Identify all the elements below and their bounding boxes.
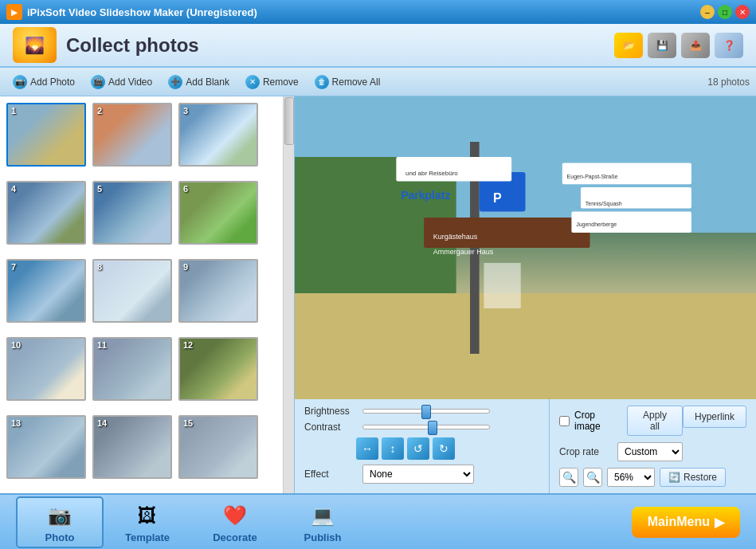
close-button[interactable]: ✕ xyxy=(735,5,750,19)
restore-icon: 🔄 xyxy=(668,472,680,483)
app-title: iPixSoft Video Slideshow Maker (Unregist… xyxy=(27,6,257,18)
decorate-nav-icon: ❤️ xyxy=(221,501,249,530)
svg-rect-2 xyxy=(295,293,756,399)
add-blank-icon: ➕ xyxy=(168,75,182,89)
template-nav-icon: 🖼 xyxy=(133,501,162,530)
contrast-thumb[interactable] xyxy=(428,421,437,435)
nav-photo[interactable]: 📷 Photo xyxy=(16,496,104,548)
svg-text:und abr Reisebüro: und abr Reisebüro xyxy=(405,170,458,177)
photo-thumb-4[interactable]: 4 xyxy=(6,181,86,245)
toolbar: 📷 Add Photo 🎬 Add Video ➕ Add Blank ✕ Re… xyxy=(0,68,756,96)
svg-text:Tennis/Squash: Tennis/Squash xyxy=(586,201,622,207)
main-area: 1 2 3 4 5 6 7 8 9 xyxy=(0,96,756,493)
svg-text:Parkplatz: Parkplatz xyxy=(401,189,450,202)
photo-thumb-8[interactable]: 8 xyxy=(92,259,172,323)
add-photo-icon: 📷 xyxy=(13,75,27,89)
zoom-out-button[interactable]: 🔍 xyxy=(559,468,578,487)
help-icon[interactable]: ❓ xyxy=(715,33,743,58)
apply-all-button[interactable]: Apply all xyxy=(627,406,683,436)
controls-bottom: Brightness Contrast ↔ ↕ ↺ xyxy=(295,399,756,493)
header: 🌄 Collect photos 📂 💾 📤 ❓ xyxy=(0,24,756,68)
effect-row: Effect None Grayscale Sepia Blur Sharpen xyxy=(304,465,539,484)
controls-right: Crop image Apply all Crop rate Custom 4:… xyxy=(549,399,756,493)
photo-thumb-15[interactable]: 15 xyxy=(178,415,258,479)
photo-nav-icon: 📷 xyxy=(45,501,74,530)
photo-thumb-6[interactable]: 6 xyxy=(178,181,258,245)
zoom-select[interactable]: 56% 25% 50% 75% 100% xyxy=(607,468,655,487)
add-photo-button[interactable]: 📷 Add Photo xyxy=(6,73,81,92)
brightness-thumb[interactable] xyxy=(421,405,431,419)
contrast-label: Contrast xyxy=(304,422,356,433)
transform-buttons: ↔ ↕ ↺ ↻ xyxy=(356,437,539,460)
rotate-left-button[interactable]: ↺ xyxy=(407,437,429,460)
photo-thumb-12[interactable]: 12 xyxy=(178,337,258,401)
rotate-right-button[interactable]: ↻ xyxy=(433,437,455,460)
photo-thumb-10[interactable]: 10 xyxy=(6,337,86,401)
titlebar: ▶ iPixSoft Video Slideshow Maker (Unregi… xyxy=(0,0,756,24)
zoom-in-button[interactable]: 🔍 xyxy=(583,468,602,487)
photo-thumb-7[interactable]: 7 xyxy=(6,259,86,323)
nav-decorate-label: Decorate xyxy=(213,531,257,543)
brightness-slider[interactable] xyxy=(362,409,490,414)
crop-image-checkbox[interactable] xyxy=(559,416,570,426)
svg-text:Ammergauer Haus: Ammergauer Haus xyxy=(433,248,494,256)
svg-text:P: P xyxy=(493,191,502,205)
scrollbar-thumb[interactable] xyxy=(284,97,294,145)
nav-publish[interactable]: 💻 Publish xyxy=(279,496,366,548)
scrollbar[interactable] xyxy=(283,96,294,493)
photo-thumb-13[interactable]: 13 xyxy=(6,415,86,479)
remove-button[interactable]: ✕ Remove xyxy=(239,73,305,92)
photo-count: 18 photos xyxy=(707,76,750,88)
main-menu-label: MainMenu xyxy=(648,515,710,529)
minimize-button[interactable]: – xyxy=(700,5,715,19)
photo-thumb-11[interactable]: 11 xyxy=(92,337,172,401)
photo-thumb-1[interactable]: 1 xyxy=(6,103,86,167)
nav-template-label: Template xyxy=(125,531,170,543)
svg-text:Jugendherberge: Jugendherberge xyxy=(576,222,617,228)
hyperlink-button[interactable]: Hyperlink xyxy=(683,406,746,428)
nav-publish-label: Publish xyxy=(304,531,342,543)
brightness-row: Brightness xyxy=(304,406,539,417)
preview-area: Kurgästehaus Ammergauer Haus P und abr R… xyxy=(295,96,756,493)
photo-thumb-2[interactable]: 2 xyxy=(92,103,172,167)
window-controls: – □ ✕ xyxy=(700,5,750,19)
photo-thumb-3[interactable]: 3 xyxy=(178,103,258,167)
add-video-button[interactable]: 🎬 Add Video xyxy=(84,73,159,92)
photo-grid-container: 1 2 3 4 5 6 7 8 9 xyxy=(0,96,295,493)
main-menu-button[interactable]: MainMenu ▶ xyxy=(632,507,740,538)
crop-image-label: Crop image xyxy=(574,410,622,432)
remove-all-button[interactable]: 🗑 Remove All xyxy=(308,73,387,92)
add-blank-button[interactable]: ➕ Add Blank xyxy=(162,73,236,92)
contrast-slider[interactable] xyxy=(362,425,490,429)
main-menu-arrow-icon: ▶ xyxy=(715,515,724,530)
crop-rate-row: Crop rate Custom 4:3 16:9 1:1 3:2 xyxy=(559,442,683,461)
nav-decorate[interactable]: ❤️ Decorate xyxy=(191,496,279,548)
preview-image: Kurgästehaus Ammergauer Haus P und abr R… xyxy=(295,96,756,399)
page-title: Collect photos xyxy=(66,34,199,57)
maximize-button[interactable]: □ xyxy=(718,5,732,19)
open-folder-icon[interactable]: 📂 xyxy=(614,33,643,58)
effect-select[interactable]: None Grayscale Sepia Blur Sharpen xyxy=(362,465,474,484)
app-icon: ▶ xyxy=(6,4,22,20)
crop-image-row: Crop image Apply all xyxy=(559,406,683,436)
controls-left: Brightness Contrast ↔ ↕ ↺ xyxy=(295,399,549,493)
photo-thumb-14[interactable]: 14 xyxy=(92,415,172,479)
brightness-label: Brightness xyxy=(304,406,356,417)
effect-label: Effect xyxy=(304,469,356,480)
publish-nav-icon: 💻 xyxy=(308,501,337,530)
crop-rate-select[interactable]: Custom 4:3 16:9 1:1 3:2 xyxy=(617,442,683,461)
photo-thumb-5[interactable]: 5 xyxy=(92,181,172,245)
svg-text:Kurgästehaus: Kurgästehaus xyxy=(433,233,478,241)
flip-vertical-button[interactable]: ↕ xyxy=(382,437,404,460)
export-icon[interactable]: 📤 xyxy=(681,33,710,58)
crop-rate-label: Crop rate xyxy=(559,446,611,457)
bottom-nav: 📷 Photo 🖼 Template ❤️ Decorate 💻 Publish… xyxy=(0,493,756,549)
save-icon[interactable]: 💾 xyxy=(648,33,676,58)
nav-photo-label: Photo xyxy=(45,531,75,543)
remove-all-icon: 🗑 xyxy=(315,75,329,89)
svg-text:Eugen-Papst-Straße: Eugen-Papst-Straße xyxy=(567,174,618,180)
flip-horizontal-button[interactable]: ↔ xyxy=(356,437,378,460)
restore-button[interactable]: 🔄 Restore xyxy=(660,468,726,487)
nav-template[interactable]: 🖼 Template xyxy=(104,496,191,548)
photo-thumb-9[interactable]: 9 xyxy=(178,259,258,323)
